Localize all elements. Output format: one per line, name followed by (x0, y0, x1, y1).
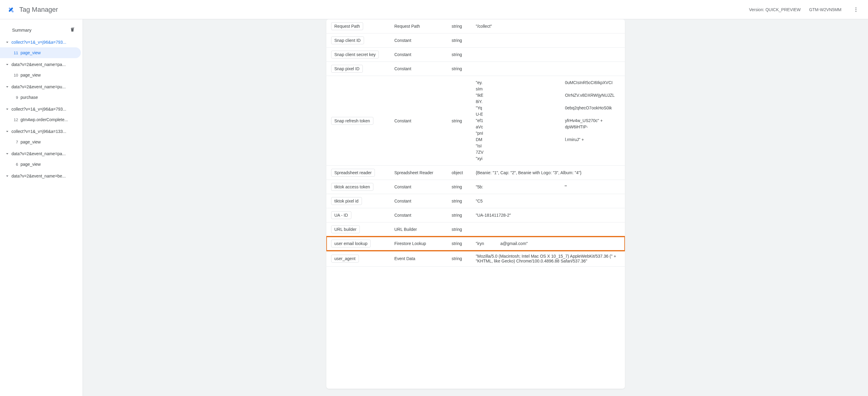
more-menu-button[interactable] (850, 4, 862, 16)
sidebar-event-label: purchase (21, 95, 38, 100)
variable-name-chip: user email lookup (331, 240, 371, 248)
variables-table: Request PathRequest Pathstring"/collect"… (326, 19, 625, 267)
summary-button[interactable]: Summary (0, 24, 83, 36)
sidebar: Summary collect?v=1&_v=j96&a=793...11pag… (0, 19, 83, 396)
sidebar-request-label: collect?v=1&_v=j96&a=793... (10, 107, 80, 111)
variable-type: Event Data (390, 251, 447, 267)
sidebar-request-label: data?v=2&event_name=be... (10, 174, 80, 178)
variable-value: "iryna@gmail.com" (471, 237, 625, 251)
table-row[interactable]: user email lookupFirestore Lookupstring"… (326, 237, 625, 251)
table-row[interactable]: Snap pixel IDConstantstring (326, 62, 625, 76)
sidebar-event-number: 6 (11, 162, 18, 167)
return-type: string (447, 19, 471, 33)
return-type: string (447, 237, 471, 251)
kebab-icon (853, 7, 859, 13)
caret-down-icon (4, 84, 10, 90)
return-type: string (447, 194, 471, 208)
table-row[interactable]: Snap client IDConstantstring (326, 33, 625, 47)
variable-name-chip: tiktok access token (331, 183, 373, 191)
sidebar-event-number: 9 (11, 95, 18, 100)
return-type: string (447, 208, 471, 222)
app-title: Tag Manager (19, 6, 58, 13)
container-id: GTM-W2VN5MM (809, 7, 841, 12)
table-row[interactable]: Spreadsheet readerSpreadsheet Readerobje… (326, 166, 625, 180)
clear-icon[interactable] (69, 27, 75, 33)
variable-type: Firestore Lookup (390, 237, 447, 251)
sidebar-request-header[interactable]: collect?v=1&_v=j96&a=793... (0, 37, 83, 47)
variable-value (471, 33, 625, 47)
return-type: string (447, 251, 471, 267)
variable-name-chip: Snap refresh token (331, 117, 373, 125)
sidebar-event-label: page_view (21, 139, 41, 144)
sidebar-request-label: collect?v=1&_v=j96&a=133... (10, 129, 80, 134)
variable-name-chip: Snap pixel ID (331, 65, 363, 73)
table-row[interactable]: tiktok pixel idConstantstring"C5 (326, 194, 625, 208)
sidebar-event-item[interactable]: 12gtm4wp.orderComplete... (0, 114, 81, 125)
variable-value: "C5 (471, 194, 625, 208)
caret-down-icon (4, 173, 10, 179)
variable-type: Constant (390, 180, 447, 194)
variable-name-chip: Snap client secret key (331, 51, 379, 59)
sidebar-event-label: page_view (21, 162, 41, 167)
sidebar-request-header[interactable]: collect?v=1&_v=j96&a=133... (0, 126, 83, 136)
variable-value: "ey. sIm "IkE 8iY. "Yq U-E "ef1 aVc "pnI… (471, 76, 625, 166)
sidebar-event-item[interactable]: 9purchase (0, 92, 81, 103)
sidebar-request-header[interactable]: data?v=2&event_name=pu... (0, 82, 83, 92)
app-header: Tag Manager Version: QUICK_PREVIEW GTM-W… (0, 0, 868, 19)
sidebar-request-label: collect?v=1&_v=j96&a=793... (10, 40, 80, 44)
sidebar-request-header[interactable]: collect?v=1&_v=j96&a=793... (0, 104, 83, 114)
sidebar-event-number: 12 (11, 118, 18, 122)
sidebar-event-number: 7 (11, 140, 18, 144)
sidebar-request-header[interactable]: data?v=2&event_name=pa... (0, 148, 83, 159)
return-type: string (447, 222, 471, 237)
variable-value: {Beanie: "1", Cap: "2", Beanie with Logo… (471, 166, 625, 180)
sidebar-request-label: data?v=2&event_name=pu... (10, 85, 80, 89)
sidebar-event-item[interactable]: 10page_view (0, 70, 81, 80)
sidebar-event-item[interactable]: 11page_view (0, 47, 81, 58)
sidebar-request-header[interactable]: data?v=2&event_name=pa... (0, 59, 83, 70)
variable-type: Constant (390, 33, 447, 47)
summary-label: Summary (12, 27, 31, 33)
table-row[interactable]: tiktok access tokenConstantstring"5b:'" (326, 180, 625, 194)
return-type: object (447, 166, 471, 180)
variable-type: Constant (390, 62, 447, 76)
gtm-logo-icon (6, 5, 16, 14)
variable-type: Constant (390, 208, 447, 222)
variable-type: URL Builder (390, 222, 447, 237)
variable-name-chip: URL builder (331, 225, 360, 233)
table-row[interactable]: Snap refresh tokenConstantstring"ey. sIm… (326, 76, 625, 166)
variable-value: "UA-181411728-2" (471, 208, 625, 222)
variable-name-chip: UA - ID (331, 211, 351, 219)
table-row[interactable]: Request PathRequest Pathstring"/collect" (326, 19, 625, 33)
sidebar-event-number: 11 (11, 51, 18, 55)
svg-point-4 (856, 9, 857, 10)
sidebar-event-number: 10 (11, 73, 18, 77)
version-label: Version: QUICK_PREVIEW (749, 7, 801, 12)
variable-type: Spreadsheet Reader (390, 166, 447, 180)
sidebar-request-header[interactable]: data?v=2&event_name=be... (0, 171, 83, 181)
return-type: string (447, 33, 471, 47)
return-type: string (447, 62, 471, 76)
sidebar-event-item[interactable]: 6page_view (0, 159, 81, 170)
variable-value (471, 62, 625, 76)
variable-value (471, 47, 625, 62)
table-row[interactable]: Snap client secret keyConstantstring (326, 47, 625, 62)
svg-point-3 (856, 7, 857, 8)
variable-name-chip: user_agent (331, 255, 359, 263)
return-type: string (447, 76, 471, 166)
sidebar-event-item[interactable]: 7page_view (0, 136, 81, 147)
table-row[interactable]: UA - IDConstantstring"UA-181411728-2" (326, 208, 625, 222)
table-row[interactable]: URL builderURL Builderstring (326, 222, 625, 237)
variable-name-chip: Spreadsheet reader (331, 169, 375, 176)
variable-type: Constant (390, 47, 447, 62)
return-type: string (447, 180, 471, 194)
variable-type: Constant (390, 76, 447, 166)
caret-down-icon (4, 151, 10, 156)
variable-value: "Mozilla/5.0 (Macintosh; Intel Mac OS X … (471, 251, 625, 267)
caret-down-icon (4, 39, 10, 45)
sidebar-event-label: gtm4wp.orderComplete... (21, 117, 68, 122)
caret-down-icon (4, 62, 10, 67)
caret-down-icon (4, 129, 10, 134)
svg-point-2 (12, 10, 13, 12)
table-row[interactable]: user_agentEvent Datastring"Mozilla/5.0 (… (326, 251, 625, 267)
